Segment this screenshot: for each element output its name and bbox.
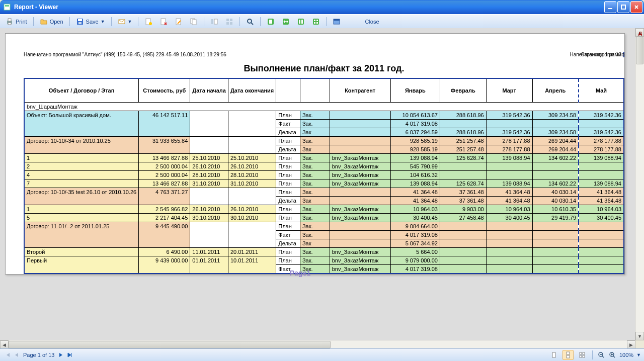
svg-rect-38 <box>567 352 570 354</box>
chevron-down-icon[interactable]: ▼ <box>636 352 641 357</box>
svg-point-23 <box>248 19 252 23</box>
scroll-thumb-h[interactable] <box>9 341 331 348</box>
minimize-button[interactable] <box>604 1 616 13</box>
print-icon <box>6 18 14 26</box>
table-row: 52 217 404.4530.10.201030.10.2010ПланЗак… <box>24 214 624 222</box>
col-date-start: Дата начала <box>190 78 228 103</box>
prev-page-button[interactable] <box>12 350 21 359</box>
window-titlebar: Report - Viewer <box>0 0 644 14</box>
last-page-button[interactable] <box>65 350 74 359</box>
col-may: Май <box>579 78 624 103</box>
svg-rect-21 <box>226 22 229 25</box>
report-table: Объект / Договор / Этап Стоимость, руб Д… <box>24 78 624 274</box>
svg-rect-16 <box>192 20 196 25</box>
edit-page-button[interactable] <box>172 17 185 27</box>
separator <box>592 350 593 359</box>
scroll-right-button[interactable]: ▶ <box>627 340 635 349</box>
svg-point-12 <box>149 22 152 25</box>
table-row: Первый9 439 000.0001.01.201110.01.2011Пл… <box>24 256 624 265</box>
page-of: of <box>42 352 47 358</box>
zoom-whole-button[interactable] <box>264 17 277 27</box>
zoom-2page-button[interactable] <box>294 17 307 27</box>
save-button[interactable]: Save ▼ <box>73 17 108 27</box>
page-delete-icon <box>159 18 168 26</box>
separator <box>111 17 112 26</box>
fullscreen-icon <box>333 18 341 26</box>
scroll-left-button[interactable]: ◀ <box>0 340 9 349</box>
thumbs-button[interactable] <box>223 17 236 27</box>
svg-rect-8 <box>78 19 82 21</box>
view-single-button[interactable] <box>548 350 559 360</box>
window-title: Report - Viewer <box>14 4 604 11</box>
svg-rect-17 <box>211 19 213 24</box>
table-row: Второй6 490.0011.01.201120.01.2011ПланЗа… <box>24 248 624 256</box>
new-page-button[interactable] <box>142 17 155 27</box>
zoom-width-button[interactable] <box>279 17 292 27</box>
svg-rect-20 <box>230 19 232 21</box>
close-label: Close <box>365 19 379 25</box>
svg-rect-31 <box>314 20 315 21</box>
print-button[interactable]: Print <box>3 17 30 27</box>
svg-rect-2 <box>608 8 612 9</box>
col-object: Объект / Договор / Этап <box>24 78 139 103</box>
copy-page-button[interactable] <box>187 17 200 27</box>
scroll-down-button[interactable]: ▼ <box>635 332 644 340</box>
search-icon <box>246 18 254 26</box>
view-multi-button[interactable] <box>577 350 588 360</box>
col-contractor: Контрагент <box>330 78 390 103</box>
svg-rect-25 <box>269 20 272 24</box>
svg-rect-9 <box>78 22 82 24</box>
svg-rect-29 <box>301 20 303 24</box>
table-row: Договор: 11-01/--2 от 2011.01.259 445 49… <box>24 222 624 231</box>
col-jan: Январь <box>390 78 440 103</box>
delete-page-button[interactable] <box>157 17 170 27</box>
zoom-out-button[interactable] <box>597 351 605 359</box>
col-empty2 <box>300 78 330 103</box>
svg-rect-5 <box>8 19 11 21</box>
first-page-button[interactable] <box>3 350 12 359</box>
close-button[interactable] <box>630 1 642 13</box>
horizontal-scrollbar[interactable]: ◀ ▶ <box>0 340 635 349</box>
page-viewport[interactable]: Напечатано программой "Алтиус" (499) 150… <box>0 28 635 340</box>
table-row: Объект: Большой красивый дом.46 142 517.… <box>24 111 624 120</box>
table-row: 12 545 966.8226.10.201026.10.2010ПланЗак… <box>24 205 624 214</box>
svg-rect-3 <box>621 5 625 9</box>
scroll-up-button[interactable]: ▲ <box>635 28 644 37</box>
view-continuous-button[interactable] <box>562 350 574 360</box>
zoom-multi-button[interactable] <box>309 17 323 27</box>
svg-rect-42 <box>580 355 582 357</box>
svg-rect-33 <box>314 22 315 24</box>
maximize-button[interactable] <box>617 1 629 13</box>
zoom-twopage-icon <box>297 18 305 26</box>
report-toolbar: Print Open Save ▼ ▼ Close <box>0 14 644 29</box>
page-edit-icon <box>175 18 183 26</box>
scroll-thumb-v[interactable] <box>636 37 643 64</box>
page-label: Page <box>23 352 36 358</box>
next-page-button[interactable] <box>56 350 65 359</box>
table-row: 22 500 000.0426.10.201026.10.2010ПланЗак… <box>24 162 624 171</box>
col-mar: Март <box>486 78 532 103</box>
col-cost: Стоимость, руб <box>139 78 190 103</box>
separator <box>239 17 240 26</box>
svg-rect-0 <box>4 4 10 10</box>
vertical-scrollbar[interactable]: ▲ ▼ <box>635 28 644 340</box>
fullscreen-button[interactable] <box>330 17 343 27</box>
zoom-in-button[interactable] <box>608 351 616 359</box>
close-report-button[interactable]: Close <box>362 18 381 26</box>
open-button[interactable]: Open <box>37 17 66 27</box>
chevron-down-icon: ▼ <box>101 19 105 24</box>
print-label: Print <box>16 19 27 25</box>
table-row: 113 466 827.8825.10.201025.10.2010ПланЗа… <box>24 154 624 162</box>
svg-rect-18 <box>214 19 217 24</box>
report-page: Напечатано программой "Алтиус" (499) 150… <box>5 33 625 275</box>
outline-button[interactable] <box>208 17 221 27</box>
save-label: Save <box>86 19 99 25</box>
group-row: bnv_ШарашМонтаж <box>24 103 624 111</box>
zoom-width-icon <box>282 18 290 26</box>
find-button[interactable] <box>244 17 257 27</box>
page-copy-icon <box>190 18 198 26</box>
mail-button[interactable]: ▼ <box>115 17 135 27</box>
zoom-whole-icon <box>267 18 275 26</box>
open-label: Open <box>50 19 63 25</box>
table-header-row: Объект / Договор / Этап Стоимость, руб Д… <box>24 78 624 103</box>
